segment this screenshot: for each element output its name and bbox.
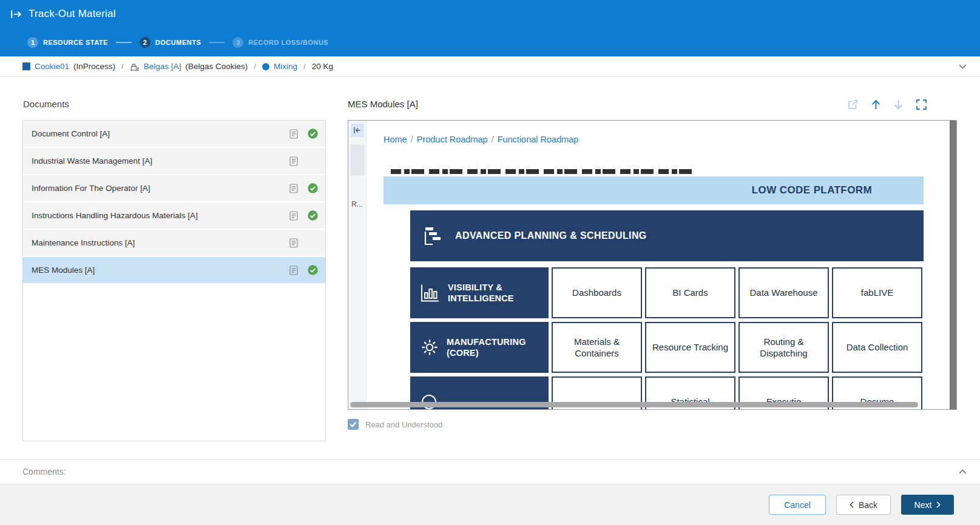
- document-icon[interactable]: [289, 156, 298, 166]
- gear-icon: [421, 338, 439, 356]
- separator: /: [303, 62, 306, 71]
- document-viewer-panel: MES Modules [A]: [348, 99, 957, 459]
- cancel-button[interactable]: Cancel: [769, 495, 826, 515]
- material-icon: [22, 62, 30, 70]
- grid-row: VISIBILITY & INTELLIGENCE Dashboards BI …: [410, 267, 924, 318]
- arrow-up-icon[interactable]: [871, 99, 880, 110]
- fullscreen-icon[interactable]: [916, 99, 927, 110]
- document-icon[interactable]: [289, 129, 298, 139]
- read-checkbox[interactable]: [348, 419, 359, 430]
- open-external-icon[interactable]: [848, 99, 858, 110]
- module-cell: Resource Tracking: [645, 322, 735, 373]
- viewer-toolbar: [848, 99, 957, 110]
- crumb-product-roadmap[interactable]: Product Roadmap: [417, 135, 488, 144]
- document-row[interactable]: Industrial Waste Management [A]: [23, 148, 325, 174]
- step-1-circle: 1: [27, 37, 38, 48]
- viewer-sidebar: R...: [348, 121, 367, 409]
- chevron-down-icon[interactable]: [959, 64, 967, 69]
- viewer-header: MES Modules [A]: [348, 99, 957, 110]
- separator: /: [121, 62, 124, 71]
- resource-link[interactable]: Belgas [A]: [144, 62, 181, 71]
- documents-panel-title: Documents: [23, 99, 326, 110]
- wizard-stepper: 1 RESOURCE STATE 2 DOCUMENTS 3 RECORD LO…: [0, 28, 980, 56]
- step-connector: [116, 42, 132, 43]
- title-row: Track-Out Material: [0, 0, 980, 28]
- module-cell: BI Cards: [645, 267, 735, 318]
- grid-row-header: MANUFACTURING (CORE): [410, 322, 549, 373]
- back-button[interactable]: Back: [836, 495, 891, 515]
- material-state: (InProcess): [73, 62, 115, 71]
- check-placeholder: [308, 156, 318, 166]
- crumb-home[interactable]: Home: [384, 135, 407, 144]
- context-breadcrumb-bar: Cookie01 (InProcess) / Belgas [A] (Belga…: [0, 56, 980, 77]
- module-cell: Dashboards: [552, 267, 642, 318]
- document-label: Industrial Waste Management [A]: [32, 156, 289, 166]
- low-code-platform-banner: LOW CODE PLATFORM: [384, 176, 924, 204]
- document-row-selected[interactable]: MES Modules [A]: [23, 257, 325, 283]
- viewer-title: MES Modules [A]: [348, 99, 418, 110]
- module-cell: Data Warehouse: [738, 267, 829, 318]
- next-button[interactable]: Next: [901, 495, 954, 515]
- main-content: Documents Document Control [A] Industria…: [0, 77, 980, 459]
- step-documents[interactable]: 2 DOCUMENTS: [140, 37, 201, 48]
- vertical-scrollbar[interactable]: [950, 121, 956, 409]
- collapse-panel-icon[interactable]: [351, 124, 364, 137]
- dialog-footer: Cancel Back Next: [0, 484, 980, 525]
- grid-row-header: VISIBILITY & INTELLIGENCE: [410, 267, 549, 318]
- document-row[interactable]: Document Control [A]: [23, 121, 325, 147]
- track-out-icon: [10, 10, 22, 19]
- module-cell: Data Collection: [832, 322, 922, 373]
- resource-icon: [130, 62, 140, 71]
- back-label: Back: [859, 500, 877, 510]
- modules-grid: VISIBILITY & INTELLIGENCE Dashboards BI …: [410, 267, 924, 409]
- material-link[interactable]: Cookie01: [35, 62, 69, 71]
- document-icon[interactable]: [289, 266, 298, 275]
- chevron-up-icon[interactable]: [959, 469, 967, 474]
- module-cell: Routing & Dispatching: [738, 322, 829, 373]
- comments-label: Comments:: [22, 467, 66, 477]
- check-circle-icon: [308, 265, 318, 275]
- cancel-label: Cancel: [784, 500, 811, 510]
- track-out-material-dialog: Track-Out Material 1 RESOURCE STATE 2 DO…: [0, 0, 980, 525]
- horizontal-scrollbar[interactable]: [350, 402, 918, 407]
- sidebar-thumbnail[interactable]: [350, 144, 365, 176]
- step-record-loss-bonus: 3 RECORD LOSS/BONUS: [232, 37, 328, 48]
- flow-step-link[interactable]: Mixing: [274, 62, 297, 71]
- step-1-label: RESOURCE STATE: [43, 39, 108, 46]
- documents-panel: Documents Document Control [A] Industria…: [22, 99, 326, 459]
- grid-row-header-label: VISIBILITY & INTELLIGENCE: [448, 282, 549, 304]
- document-row[interactable]: Maintenance Instructions [A]: [23, 230, 325, 256]
- step-2-circle: 2: [140, 37, 150, 48]
- chevron-right-icon: [936, 501, 941, 508]
- arrow-down-icon[interactable]: [894, 99, 903, 110]
- document-label: Information For The Operator [A]: [32, 184, 289, 193]
- comments-section[interactable]: Comments:: [0, 459, 980, 484]
- document-icon[interactable]: [289, 184, 298, 193]
- planning-gantt-icon: [422, 226, 445, 246]
- document-row[interactable]: Instructions Handling Hazardous Material…: [23, 202, 325, 229]
- crumb-functional-roadmap[interactable]: Functional Roadmap: [498, 135, 579, 144]
- step-3-label: RECORD LOSS/BONUS: [248, 39, 328, 46]
- grid-row: MANUFACTURING (CORE) Materials & Contain…: [410, 322, 924, 373]
- separator: /: [492, 135, 494, 144]
- aps-section: ADVANCED PLANNING & SCHEDULING: [410, 210, 924, 261]
- flow-step-icon: [262, 63, 269, 70]
- document-icon[interactable]: [289, 211, 298, 221]
- clipped-text-line: [391, 169, 692, 174]
- check-placeholder: [308, 238, 318, 248]
- document-label: Document Control [A]: [32, 129, 289, 138]
- document-label: Maintenance Instructions [A]: [32, 238, 289, 247]
- document-viewer: R... Home/Product Roadmap/Functional Roa…: [348, 120, 957, 410]
- document-icon[interactable]: [289, 238, 298, 248]
- chevron-left-icon: [850, 501, 854, 508]
- document-row[interactable]: Information For The Operator [A]: [23, 175, 325, 201]
- separator: /: [254, 62, 256, 71]
- bar-chart-icon: [421, 284, 440, 302]
- module-cell: Materials & Containers: [552, 322, 642, 373]
- check-circle-icon: [308, 210, 318, 221]
- step-resource-state[interactable]: 1 RESOURCE STATE: [27, 37, 108, 48]
- read-checkbox-label: Read and Understood: [365, 420, 442, 429]
- step-connector: [209, 42, 225, 43]
- separator: /: [411, 135, 413, 144]
- check-circle-icon: [308, 129, 318, 139]
